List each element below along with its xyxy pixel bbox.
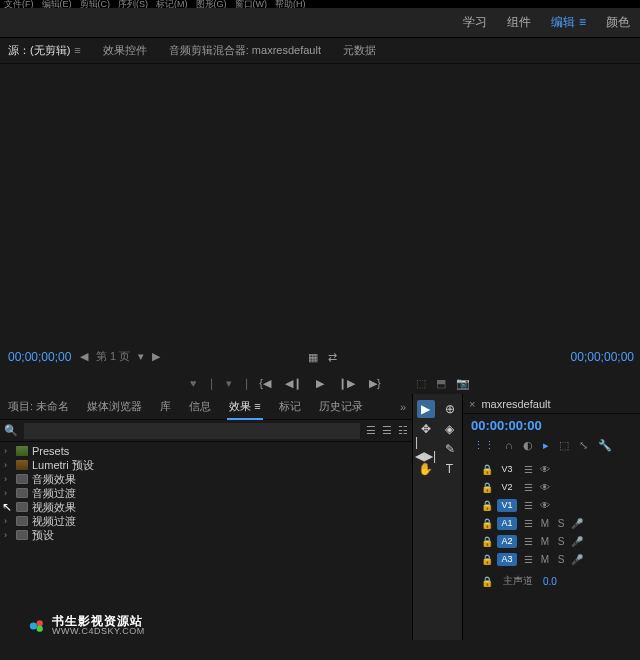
source-timecode-in[interactable]: 00;00;00;00 (8, 350, 71, 364)
play-icon[interactable]: ▶ (316, 377, 324, 390)
eye-icon[interactable]: 👁 (539, 464, 551, 475)
insert-icon[interactable]: ⬚ (559, 439, 569, 452)
fx-badge-1-icon[interactable]: ☰ (366, 424, 376, 437)
lock-icon[interactable]: 🔒 (481, 576, 493, 587)
track-label[interactable]: A2 (497, 535, 517, 548)
go-to-in-icon[interactable]: {◀ (259, 377, 271, 390)
tree-video-transitions[interactable]: ›视频过渡 (0, 514, 412, 528)
lock-icon[interactable]: 🔒 (481, 518, 493, 529)
track-label[interactable]: V1 (497, 499, 517, 512)
menu-marker[interactable]: 标记(M) (156, 0, 188, 8)
menu-clip[interactable]: 剪辑(C) (80, 0, 111, 8)
tab-source[interactable]: 源：(无剪辑)≡ (6, 39, 83, 62)
track-label[interactable]: A1 (497, 517, 517, 530)
sequence-tab[interactable]: maxresdefault (481, 398, 550, 410)
razor-tool-icon[interactable]: ◈ (441, 420, 459, 438)
track-select-tool-icon[interactable]: ⊕ (441, 400, 459, 418)
track-a2[interactable]: 🔒A2☰MS🎤 (463, 532, 640, 550)
tree-custom-presets[interactable]: ›预设 (0, 528, 412, 542)
track-toggle-icon[interactable]: ☰ (521, 482, 535, 493)
tab-history[interactable]: 历史记录 (317, 395, 365, 418)
overwrite-icon[interactable]: ⬒ (436, 377, 446, 390)
linked-selection-icon[interactable]: ∩ (505, 439, 513, 452)
tree-presets[interactable]: ›Presets (0, 444, 412, 458)
workspace-editing[interactable]: 编辑≡ (551, 14, 586, 31)
timeline-timecode[interactable]: 00:00:00:00 (463, 414, 640, 437)
pen-tool-icon[interactable]: ✎ (441, 440, 459, 458)
menu-window[interactable]: 窗口(W) (235, 0, 268, 8)
lock-icon[interactable]: 🔒 (481, 464, 493, 475)
tab-libraries[interactable]: 库 (158, 395, 173, 418)
track-label[interactable]: V2 (497, 481, 517, 494)
menu-sequence[interactable]: 序列(S) (118, 0, 148, 8)
go-to-out-icon[interactable]: ▶} (369, 377, 381, 390)
tab-markers[interactable]: 标记 (277, 395, 303, 418)
track-a3[interactable]: 🔒A3☰MS🎤 (463, 550, 640, 568)
sequence-settings-icon[interactable]: ▸ (543, 439, 549, 452)
mic-icon[interactable]: 🎤 (571, 554, 583, 565)
tab-media-browser[interactable]: 媒体浏览器 (85, 395, 144, 418)
mute-button[interactable]: M (539, 536, 551, 547)
tree-audio-transitions[interactable]: ›音频过渡 (0, 486, 412, 500)
track-toggle-icon[interactable]: ☰ (521, 518, 535, 529)
master-track[interactable]: 🔒 主声道 0.0 (463, 570, 640, 592)
fx-badge-2-icon[interactable]: ☰ (382, 424, 392, 437)
export-frame-icon[interactable]: 📷 (456, 377, 470, 390)
pager-dropdown-icon[interactable]: ▾ (138, 350, 144, 363)
step-back-icon[interactable]: ◀❙ (285, 377, 302, 390)
selection-tool-icon[interactable]: ▶ (417, 400, 435, 418)
menu-help[interactable]: 帮助(H) (275, 0, 306, 8)
tab-effects[interactable]: 效果 ≡ (227, 395, 262, 420)
step-forward-icon[interactable]: ❙▶ (338, 377, 355, 390)
overwrite-icon[interactable]: ⤡ (579, 439, 588, 452)
close-icon[interactable]: × (469, 398, 475, 410)
lock-icon[interactable]: 🔒 (481, 554, 493, 565)
menu-file[interactable]: 文件(F) (4, 0, 34, 8)
marker-icon[interactable]: ◐ (523, 439, 533, 452)
mic-icon[interactable]: 🎤 (571, 536, 583, 547)
track-v2[interactable]: 🔒V2☰👁 (463, 478, 640, 496)
slip-tool-icon[interactable]: |◀▶| (417, 440, 435, 458)
workspace-color[interactable]: 颜色 (606, 14, 630, 31)
track-toggle-icon[interactable]: ☰ (521, 500, 535, 511)
eye-icon[interactable]: 👁 (539, 500, 551, 511)
track-a1[interactable]: 🔒A1☰MS🎤 (463, 514, 640, 532)
track-label[interactable]: A3 (497, 553, 517, 566)
panel-menu-icon[interactable]: ≡ (254, 400, 260, 412)
tabs-overflow-icon[interactable]: » (400, 401, 406, 413)
workspace-learn[interactable]: 学习 (463, 14, 487, 31)
tab-metadata[interactable]: 元数据 (341, 39, 378, 62)
eye-icon[interactable]: 👁 (539, 482, 551, 493)
track-v3[interactable]: 🔒V3☰👁 (463, 460, 640, 478)
workspace-menu-icon[interactable]: ≡ (579, 15, 586, 29)
track-toggle-icon[interactable]: ☰ (521, 554, 535, 565)
type-tool-icon[interactable]: T (441, 460, 459, 478)
lock-icon[interactable]: 🔒 (481, 536, 493, 547)
hand-tool-icon[interactable]: ✋ (417, 460, 435, 478)
mute-button[interactable]: M (539, 554, 551, 565)
track-v1[interactable]: 🔒V1☰👁 (463, 496, 640, 514)
tab-audio-clip-mixer[interactable]: 音频剪辑混合器: maxresdefault (167, 39, 323, 62)
solo-button[interactable]: S (555, 554, 567, 565)
wrench-icon[interactable]: 🔧 (598, 439, 612, 452)
pager-next-icon[interactable]: ▶ (152, 350, 160, 363)
pager-prev-icon[interactable]: ◀ (80, 350, 88, 363)
tab-info[interactable]: 信息 (187, 395, 213, 418)
menu-edit[interactable]: 编辑(E) (42, 0, 72, 8)
mic-icon[interactable]: 🎤 (571, 518, 583, 529)
tree-video-effects[interactable]: ›视频效果 (0, 500, 412, 514)
grid-view-icon[interactable]: ▦ (308, 351, 318, 364)
solo-button[interactable]: S (555, 536, 567, 547)
lock-icon[interactable]: 🔒 (481, 482, 493, 493)
track-label[interactable]: V3 (497, 463, 517, 476)
effects-search-input[interactable] (24, 423, 360, 439)
solo-button[interactable]: S (555, 518, 567, 529)
track-toggle-icon[interactable]: ☰ (521, 536, 535, 547)
tab-project[interactable]: 项目: 未命名 (6, 395, 71, 418)
panel-menu-icon[interactable]: ≡ (74, 44, 80, 56)
workspace-assembly[interactable]: 组件 (507, 14, 531, 31)
tree-lumetri[interactable]: ›Lumetri 预设 (0, 458, 412, 472)
track-toggle-icon[interactable]: ☰ (521, 464, 535, 475)
swap-icon[interactable]: ⇄ (328, 351, 337, 364)
fx-badge-3-icon[interactable]: ☷ (398, 424, 408, 437)
